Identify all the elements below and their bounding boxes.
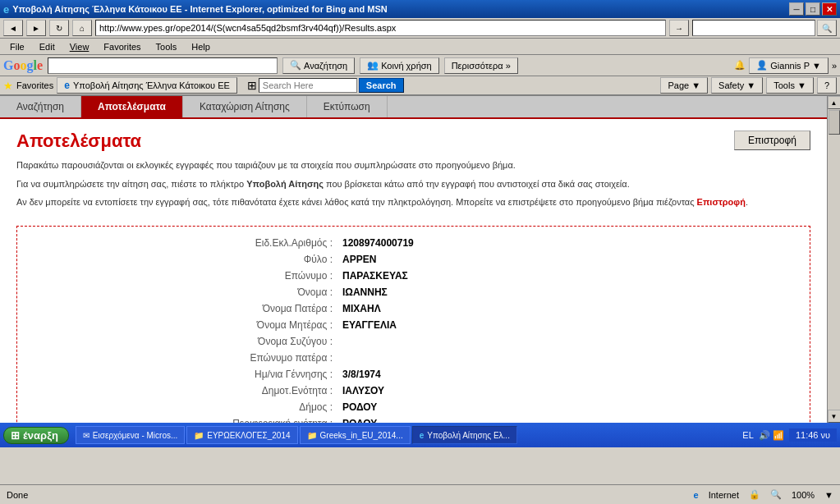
favorites-bar: ★ Favorites e Υποβολή Αίτησης Έλληνα Κάτ… (0, 76, 840, 96)
table-row: Όνομα : ΙΩΑΝΝΗΣ (34, 284, 793, 300)
bing-icon: ⊞ (247, 79, 257, 92)
field-label-5: Όνομα Μητέρας : (34, 317, 337, 333)
share-icon: 👥 (367, 60, 379, 71)
folder-icon-1: 📁 (194, 431, 204, 440)
field-label-6: Όνομα Συζύγου : (34, 333, 337, 350)
field-label-10: Δήμος : (34, 399, 337, 415)
back-link[interactable]: Επιστροφή (697, 197, 746, 207)
taskbar: ⊞ έναρξη ✉ Εισερχόμενα - Micros... 📁 ΕΥΡ… (0, 423, 840, 447)
table-row: Όνομα Συζύγου : (34, 333, 793, 350)
tools-button[interactable]: Tools ▼ (766, 77, 814, 94)
field-value-9: ΙΑΛΥΣΟΥ (337, 383, 793, 399)
field-label-7: Επώνυμο πατέρα : (34, 350, 337, 366)
user-icon: 👤 (756, 60, 768, 71)
folder-icon-2: 📁 (307, 431, 317, 440)
status-bar: Done e Internet 🔒 🔍 100% ▼ (0, 484, 840, 504)
restore-button[interactable]: □ (806, 2, 820, 16)
ie-taskbar-icon: e (420, 431, 425, 440)
back-nav-button[interactable]: ◄ (3, 20, 23, 36)
web-search-button[interactable]: 🔍 (817, 20, 837, 36)
menu-view[interactable]: View (63, 40, 96, 53)
tab-kataxorisi[interactable]: Καταχώριση Αίτησης (183, 96, 307, 117)
scroll-down-button[interactable]: ▼ (828, 410, 841, 423)
field-value-10: ΡΟΔΟΥ (337, 399, 793, 415)
scroll-track[interactable] (828, 109, 841, 410)
taskbar-item-1[interactable]: 📁 ΕΥΡΩΕΚΛΟΓΕΣ_2014 (186, 426, 297, 444)
field-value-2: ΠΑΡΑΣΚΕΥΑΣ (337, 268, 793, 284)
tab-anazitisi[interactable]: Αναζήτηση (0, 96, 81, 117)
home-button[interactable]: ⌂ (72, 20, 92, 36)
field-label-0: Ειδ.Εκλ.Αριθμός : (34, 235, 337, 251)
lang-indicator[interactable]: EL (742, 430, 753, 440)
table-row: Ειδ.Εκλ.Αριθμός : 1208974000719 (34, 235, 793, 251)
field-label-2: Επώνυμο : (34, 268, 337, 284)
field-label-4: Όνομα Πατέρα : (34, 300, 337, 317)
address-bar-area: ◄ ► ↻ ⌂ → 🔍 (0, 18, 840, 39)
google-toolbar: Google 🔍 Αναζήτηση 👥 Κοινή χρήση Περισσό… (0, 55, 840, 76)
menu-favorites[interactable]: Favorites (97, 40, 147, 53)
menu-help[interactable]: Help (185, 40, 217, 53)
go-button[interactable]: → (669, 20, 689, 36)
back-button[interactable]: Επιστροφή (734, 131, 810, 150)
field-value-7 (337, 350, 793, 366)
taskbar-item-2[interactable]: 📁 Greeks_in_EU_2014... (300, 426, 411, 444)
field-value-11: ΡΟΔΟΥ (337, 415, 793, 424)
status-right: e Internet 🔒 🔍 100% ▼ (694, 489, 833, 500)
favorites-star-icon: ★ (3, 80, 13, 92)
google-share-button[interactable]: 👥 Κοινή χρήση (360, 57, 439, 74)
table-row: Επώνυμο πατέρα : (34, 350, 793, 366)
results-title: Αποτελέσματα (16, 131, 810, 152)
table-row: Ημ/νια Γέννησης : 3/8/1974 (34, 366, 793, 383)
safety-button[interactable]: Safety ▼ (711, 77, 763, 94)
google-more-button[interactable]: Περισσότερα » (444, 57, 518, 74)
table-row: Περιφερειακή ενότητα : ΡΟΔΟΥ (34, 415, 793, 424)
start-button[interactable]: ⊞ έναρξη (3, 427, 69, 444)
menu-tools[interactable]: Tools (149, 40, 184, 53)
zoom-chevron: ▼ (824, 490, 833, 500)
help-button[interactable]: ? (817, 77, 837, 94)
search-here-input[interactable] (259, 78, 357, 93)
field-value-1: ΑΡΡΕΝ (337, 251, 793, 268)
results-content: Επιστροφή Αποτελέσματα Παρακάτω παρουσιά… (0, 119, 827, 423)
ie-fav-icon: e (64, 80, 70, 91)
search-icon: 🔍 (290, 60, 301, 71)
forward-nav-button[interactable]: ► (26, 20, 46, 36)
favorites-label: Favorites (16, 80, 53, 90)
toolbar-expand-icon[interactable]: » (832, 61, 837, 71)
toolbar-right: 🔔 👤 Giannis P ▼ » (734, 57, 837, 74)
window-controls: ─ □ ✕ (789, 2, 837, 16)
tab-ektiposi[interactable]: Εκτύπωση (307, 96, 388, 117)
close-button[interactable]: ✕ (822, 2, 837, 16)
refresh-button[interactable]: ↻ (49, 20, 69, 36)
user-button[interactable]: 👤 Giannis P ▼ (749, 57, 829, 74)
address-input[interactable] (95, 20, 666, 36)
desc-line2: Για να συμπληρώσετε την αίτηση σας, πιέσ… (16, 177, 810, 191)
page-button[interactable]: Page ▼ (660, 77, 708, 94)
taskbar-item-3[interactable]: e Υποβολή Αίτησης Ελ... (412, 426, 517, 444)
taskbar-item-0[interactable]: ✉ Εισερχόμενα - Micros... (76, 426, 185, 444)
desc-line1: Παρακάτω παρουσιάζονται οι εκλογικές εγγ… (16, 158, 810, 172)
bell-icon[interactable]: 🔔 (734, 60, 746, 71)
minimize-button[interactable]: ─ (789, 2, 804, 16)
tab-apotelesmata[interactable]: Αποτελέσματα (81, 96, 183, 117)
google-search-button[interactable]: 🔍 Αναζήτηση (282, 57, 355, 74)
search-button[interactable]: Search (359, 78, 404, 93)
field-label-11: Περιφερειακή ενότητα : (34, 415, 337, 424)
web-search-input[interactable] (692, 20, 815, 36)
status-text: Done (7, 490, 687, 500)
field-value-0: 1208974000719 (337, 235, 793, 251)
zoom-value[interactable]: 100% (792, 490, 815, 500)
menu-file[interactable]: File (3, 40, 31, 53)
menu-edit[interactable]: Edit (33, 40, 62, 53)
field-value-8: 3/8/1974 (337, 366, 793, 383)
page-content: Αναζήτηση Αποτελέσματα Καταχώριση Αίτηση… (0, 96, 827, 423)
scroll-up-button[interactable]: ▲ (828, 96, 841, 109)
ie-icon: e (3, 3, 9, 16)
field-value-3: ΙΩΑΝΝΗΣ (337, 284, 793, 300)
field-value-6 (337, 333, 793, 350)
table-row: Όνομα Μητέρας : ΕΥΑΓΓΕΛΙΑ (34, 317, 793, 333)
nav-tabs: Αναζήτηση Αποτελέσματα Καταχώριση Αίτηση… (0, 96, 827, 119)
favorite-link-ypes[interactable]: e Υποβολή Αίτησης Έλληνα Κάτοικου ΕΕ (57, 77, 237, 94)
scroll-thumb[interactable] (829, 110, 840, 135)
google-search-input[interactable] (48, 57, 278, 74)
